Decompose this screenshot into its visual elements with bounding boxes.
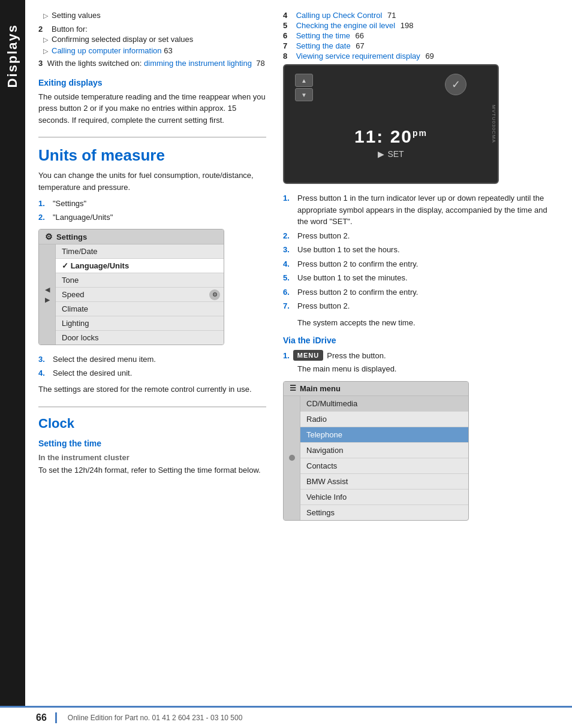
settings-icon: ⚙ — [209, 289, 220, 300]
settings-menu-header: ⚙ Settings — [39, 229, 224, 244]
menu-item-settings: Settings — [300, 505, 468, 520]
main-content: ▷ Setting values 2 Button for: ▷ Confirm… — [25, 0, 572, 539]
time-step-5: 5. Use button 1 to set the minutes. — [283, 272, 560, 284]
step-num-r6: 6. — [283, 286, 295, 298]
footer: 66 Online Edition for Part no. 01 41 2 6… — [0, 706, 572, 728]
cluster-set-label: ▶ SET — [337, 149, 445, 159]
toc-link-7[interactable]: Setting the date — [296, 41, 351, 50]
gear-icon: ⚙ — [45, 232, 53, 241]
toc-num-7: 7 — [283, 41, 294, 50]
step-num-r4: 4. — [283, 258, 295, 270]
arrow-icon-2: ▷ — [43, 36, 48, 44]
toc-num-4: 4 — [283, 11, 294, 20]
idrive-step1: 1. MENU Press the button. — [283, 350, 560, 361]
toc-page-8: 69 — [423, 52, 434, 61]
clock-heading: Clock — [38, 406, 266, 431]
cluster-display-text: 11: 20pm ▶ SET — [337, 126, 445, 159]
bullet-setting-values: ▷ Setting values — [38, 11, 101, 20]
units-step-3: 3. Select the desired menu item. — [38, 354, 266, 365]
settings-item-language: Language/Units — [56, 259, 224, 273]
step-text-4: Select the desired unit. — [53, 367, 132, 379]
item3-page: 78 — [256, 59, 264, 68]
toc-item-7: 7 Setting the date 67 — [283, 41, 560, 50]
units-heading: Units of measure — [38, 137, 266, 165]
step-num-r7: 7. — [283, 300, 295, 312]
menu-item-cd: CD/Multimedia — [300, 396, 468, 412]
step-text-2: "Language/Units" — [53, 212, 113, 223]
calling-link[interactable]: Calling up computer information — [52, 46, 162, 55]
dimming-link[interactable]: dimming the instrument lighting — [144, 59, 252, 68]
settings-item-speed: Speed — [56, 288, 224, 302]
menu-button: MENU — [293, 350, 323, 361]
toc-num-5: 5 — [283, 21, 294, 30]
item3-num: 3 — [38, 59, 43, 68]
units-text: You can change the units for fuel consum… — [38, 170, 266, 193]
cluster-pm: pm — [413, 128, 428, 138]
step-text-r3: Use button 1 to set the hours. — [297, 244, 400, 256]
settings-menu-screenshot: ⚙ Settings ◀ ▶ Time/Date Language/Units … — [38, 229, 224, 345]
time-step-3: 3. Use button 1 to set the hours. — [283, 244, 560, 256]
units-steps: 1. "Settings" 2. "Language/Units" — [38, 198, 266, 223]
cluster-controls: ▲ ▼ — [295, 74, 313, 101]
item2-label: Button for: — [52, 25, 88, 34]
sidebar-label: Displays — [5, 24, 20, 88]
item3-label: With the lights switched on: — [47, 59, 142, 68]
calling-page: 63 — [164, 46, 172, 55]
main-menu-title: Main menu — [300, 384, 341, 393]
step-text-r4: Press button 2 to confirm the entry. — [297, 258, 418, 270]
time-step-7: 7. Press button 2. — [283, 300, 560, 312]
play-icon: ▶ — [378, 149, 384, 159]
toc-item-8: 8 Viewing service requirement display 69 — [283, 52, 560, 61]
item2-block: 2 Button for: ▷ Confirming selected disp… — [38, 25, 266, 55]
toc-num-6: 6 — [283, 31, 294, 40]
units-step-2: 2. "Language/Units" — [38, 212, 266, 223]
time-step-2: 2. Press button 2. — [283, 230, 560, 242]
toc-link-8[interactable]: Viewing service requirement display — [296, 52, 420, 61]
settings-item-tone: Tone — [56, 273, 224, 288]
toc-link-4[interactable]: Calling up Check Control — [296, 11, 383, 20]
toc-page-6: 66 — [353, 31, 364, 40]
units-steps-34: 3. Select the desired menu item. 4. Sele… — [38, 354, 266, 379]
step-text-r5: Use button 1 to set the minutes. — [297, 272, 408, 284]
menu-item-vehicle-info: Vehicle Info — [300, 490, 468, 505]
cluster-text: To set the 12h/24h format, refer to Sett… — [38, 464, 266, 476]
left-toc: ▷ Setting values 2 Button for: ▷ Confirm… — [38, 11, 266, 70]
step-num-r5: 5. — [283, 272, 295, 284]
toc-item-4: 4 Calling up Check Control 71 — [283, 11, 560, 20]
step-text-r1: Press button 1 in the turn indicator lev… — [297, 192, 560, 228]
time-step-4: 4. Press button 2 to confirm the entry. — [283, 258, 560, 270]
step-num-2: 2. — [38, 212, 50, 223]
step-num-r3: 3. — [283, 244, 295, 256]
cluster-check-btn: ✓ — [445, 74, 466, 95]
settings-menu-title: Settings — [56, 232, 87, 241]
main-menu-header: ☰ Main menu — [284, 382, 468, 396]
item3-block: 3 With the lights switched on: dimming t… — [38, 58, 266, 70]
arrow-icon-3: ▷ — [43, 47, 48, 55]
time-step-1: 1. Press button 1 in the turn indicator … — [283, 192, 560, 228]
nav-dot — [289, 455, 295, 461]
bullet-calling: ▷ Calling up computer information 63 — [38, 46, 266, 55]
main-menu-screenshot: ☰ Main menu CD/Multimedia Radio Telephon… — [283, 381, 469, 521]
menu-item-telephone: Telephone — [300, 427, 468, 443]
sidebar: Displays — [0, 0, 25, 728]
watermark: MVTU030CMA — [491, 105, 496, 143]
main-menu-items-container: CD/Multimedia Radio Telephone Navigation… — [284, 396, 468, 520]
calling-text: Calling up computer information 63 — [52, 46, 173, 55]
step-text-3: Select the desired menu item. — [53, 354, 156, 365]
via-idrive-heading: Via the iDrive — [283, 336, 560, 345]
step-num-r1: 1. — [283, 192, 295, 204]
toc-link-5[interactable]: Checking the engine oil level — [296, 21, 396, 30]
idrive-step-num: 1. — [283, 351, 290, 360]
step-text-1: "Settings" — [53, 198, 86, 210]
set-text: SET — [387, 149, 404, 159]
toc-link-6[interactable]: Setting the time — [296, 31, 350, 40]
toc-page-7: 67 — [354, 41, 365, 50]
left-column: ▷ Setting values 2 Button for: ▷ Confirm… — [25, 11, 277, 521]
menu-item-radio: Radio — [300, 412, 468, 427]
toc-item-6: 6 Setting the time 66 — [283, 31, 560, 40]
settings-item-lighting: Lighting — [56, 316, 224, 331]
cluster-time: 11: 20pm — [337, 126, 445, 147]
units-step-1: 1. "Settings" — [38, 198, 266, 210]
toc-item-5: 5 Checking the engine oil level 198 — [283, 21, 560, 30]
bullet-confirming: ▷ Confirming selected display or set val… — [38, 35, 266, 44]
